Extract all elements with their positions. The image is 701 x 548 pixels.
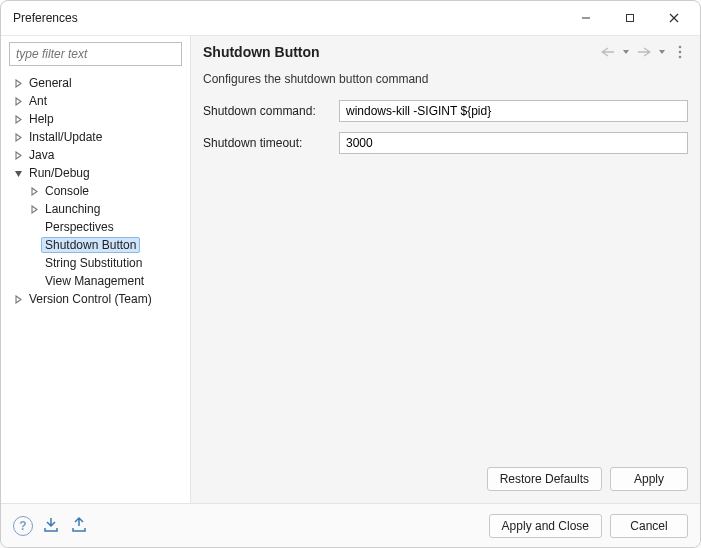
tree-item-label: Perspectives: [41, 220, 118, 234]
page-buttons: Restore Defaults Apply: [191, 459, 700, 503]
tree-item[interactable]: String Substitution: [3, 254, 190, 272]
shutdown-command-input[interactable]: [339, 100, 688, 122]
page-title: Shutdown Button: [203, 44, 600, 60]
tree-item-label: Console: [41, 184, 93, 198]
footer-icons: ?: [13, 516, 89, 536]
tree-item-label: Run/Debug: [25, 166, 94, 180]
preferences-tree[interactable]: GeneralAntHelpInstall/UpdateJavaRun/Debu…: [1, 72, 190, 503]
tree-item-label: Install/Update: [25, 130, 106, 144]
cancel-button[interactable]: Cancel: [610, 514, 688, 538]
footer-buttons: Apply and Close Cancel: [489, 514, 688, 538]
left-pane: GeneralAntHelpInstall/UpdateJavaRun/Debu…: [1, 36, 191, 503]
tree-item[interactable]: Shutdown Button: [3, 236, 190, 254]
forward-icon[interactable]: [636, 44, 652, 60]
svg-rect-1: [627, 15, 634, 22]
chevron-right-icon[interactable]: [11, 76, 25, 90]
minimize-button[interactable]: [564, 4, 608, 32]
tree-item[interactable]: Run/Debug: [3, 164, 190, 182]
body: GeneralAntHelpInstall/UpdateJavaRun/Debu…: [1, 35, 700, 503]
restore-defaults-button[interactable]: Restore Defaults: [487, 467, 602, 491]
svg-point-6: [679, 56, 682, 59]
svg-point-5: [679, 51, 682, 54]
window-title: Preferences: [13, 11, 564, 25]
help-icon[interactable]: ?: [13, 516, 33, 536]
shutdown-command-row: Shutdown command:: [203, 100, 688, 122]
tree-item-label: Ant: [25, 94, 51, 108]
tree-item-label: Shutdown Button: [41, 237, 140, 253]
back-icon[interactable]: [600, 44, 616, 60]
tree-item[interactable]: Console: [3, 182, 190, 200]
tree-item-label: General: [25, 76, 76, 90]
tree-item-label: Help: [25, 112, 58, 126]
shutdown-command-label: Shutdown command:: [203, 104, 329, 118]
filter-container: [9, 42, 182, 66]
right-pane: Shutdown Button Configures the shutdown …: [191, 36, 700, 503]
chevron-right-icon[interactable]: [11, 112, 25, 126]
tree-item[interactable]: Java: [3, 146, 190, 164]
close-button[interactable]: [652, 4, 696, 32]
footer: ? Apply and Close Cancel: [1, 503, 700, 547]
svg-point-4: [679, 46, 682, 49]
export-icon[interactable]: [71, 516, 89, 535]
tree-item-label: Version Control (Team): [25, 292, 156, 306]
tree-item[interactable]: Help: [3, 110, 190, 128]
view-menu-icon[interactable]: [672, 44, 688, 60]
page-description: Configures the shutdown button command: [191, 68, 700, 96]
spacer: [191, 168, 700, 459]
tree-item[interactable]: Perspectives: [3, 218, 190, 236]
chevron-down-icon[interactable]: [11, 166, 25, 180]
chevron-right-icon[interactable]: [27, 202, 41, 216]
chevron-right-icon[interactable]: [11, 94, 25, 108]
forward-dropdown-icon[interactable]: [654, 44, 670, 60]
shutdown-timeout-label: Shutdown timeout:: [203, 136, 329, 150]
tree-item[interactable]: General: [3, 74, 190, 92]
tree-item[interactable]: Launching: [3, 200, 190, 218]
tree-item-label: String Substitution: [41, 256, 146, 270]
chevron-right-icon[interactable]: [11, 130, 25, 144]
tree-item[interactable]: Version Control (Team): [3, 290, 190, 308]
apply-button[interactable]: Apply: [610, 467, 688, 491]
chevron-right-icon[interactable]: [11, 292, 25, 306]
preferences-window: Preferences GeneralAntHelpInstall/Update…: [0, 0, 701, 548]
tree-item[interactable]: Install/Update: [3, 128, 190, 146]
tree-item[interactable]: View Management: [3, 272, 190, 290]
titlebar: Preferences: [1, 1, 700, 35]
page-header: Shutdown Button: [191, 36, 700, 68]
tree-item[interactable]: Ant: [3, 92, 190, 110]
maximize-button[interactable]: [608, 4, 652, 32]
tree-item-label: Launching: [41, 202, 104, 216]
apply-and-close-button[interactable]: Apply and Close: [489, 514, 602, 538]
shutdown-timeout-input[interactable]: [339, 132, 688, 154]
chevron-right-icon[interactable]: [11, 148, 25, 162]
chevron-right-icon[interactable]: [27, 184, 41, 198]
tree-item-label: View Management: [41, 274, 148, 288]
filter-input[interactable]: [9, 42, 182, 66]
import-icon[interactable]: [43, 516, 61, 535]
page-nav: [600, 44, 688, 60]
shutdown-timeout-row: Shutdown timeout:: [203, 132, 688, 154]
back-dropdown-icon[interactable]: [618, 44, 634, 60]
tree-item-label: Java: [25, 148, 58, 162]
form: Shutdown command: Shutdown timeout:: [191, 96, 700, 168]
